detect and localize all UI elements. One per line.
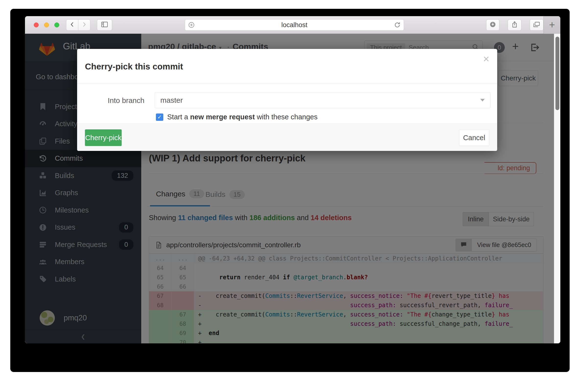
reload-icon[interactable] [394,21,401,28]
browser-titlebar: localhost + [25,16,560,34]
back-icon [69,21,75,29]
downloads-button[interactable] [486,19,499,31]
new-tab-label: + [549,19,555,31]
branch-select[interactable]: master [155,92,490,108]
checkbox-text-bold: new merge request [190,113,255,121]
new-tab-button[interactable]: + [544,16,560,34]
scrollbar-thumb[interactable] [555,37,559,110]
page-viewport: GitLab pmq20 / gitlab-ce▾·Commits This p… [25,34,560,343]
share-icon [511,21,518,29]
sidebar-toggle-icon [101,21,108,29]
scrollbar[interactable] [554,34,560,343]
cherry-pick-modal: Cherry-pick this commit × Into branch ma… [77,49,497,151]
forward-button[interactable] [78,19,90,31]
cancel-button[interactable]: Cancel [459,129,489,146]
cherry-pick-submit-button[interactable]: Cherry-pick [85,129,122,146]
tab-overview-button[interactable] [530,19,544,31]
chevron-down-icon [480,99,485,101]
checkbox-text-pre: Start a [167,113,190,121]
download-icon [490,21,496,29]
close-icon[interactable]: × [483,53,489,65]
modal-title: Cherry-pick this commit [85,62,183,71]
browser-window: localhost + [25,16,560,343]
tabs-overview-icon [533,21,540,29]
modal-footer: Cherry-pick Cancel [77,123,497,151]
sidebar-toggle-button[interactable] [97,19,112,31]
branch-select-value: master [160,96,183,104]
share-button[interactable] [508,19,521,31]
address-bar[interactable]: localhost [185,19,404,31]
close-window-button[interactable] [34,22,39,27]
url-text: localhost [185,21,404,29]
checkbox-text-post: with these changes [255,113,317,121]
modal-header-divider [77,84,497,84]
merge-request-checkbox[interactable]: ✓ [156,114,163,121]
merge-request-checkbox-label[interactable]: Start a new merge request with these cha… [167,113,317,121]
into-branch-label: Into branch [104,96,145,105]
forward-icon [81,21,87,29]
zoom-window-button[interactable] [54,22,59,27]
reader-plus-icon[interactable] [188,21,195,28]
screenshot-stage: localhost + [0,0,588,383]
minimize-window-button[interactable] [44,22,49,27]
back-button[interactable] [66,19,78,31]
